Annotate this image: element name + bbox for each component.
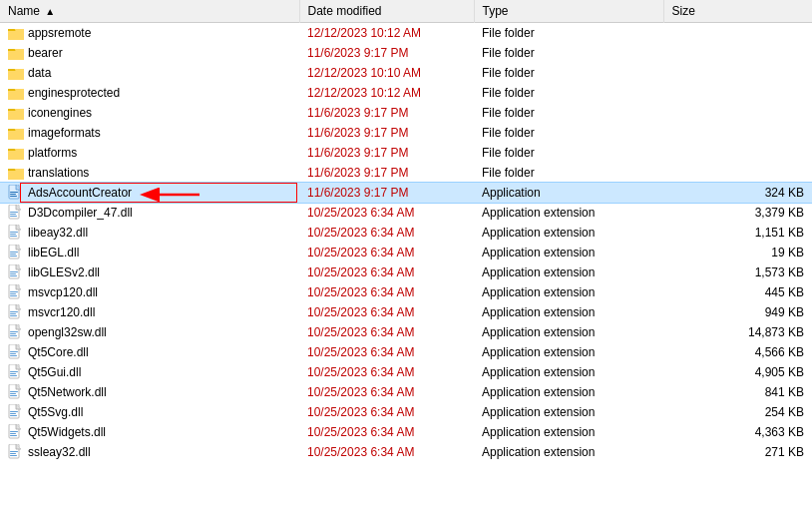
table-row[interactable]: enginesprotected12/12/2023 10:12 AMFile … <box>0 83 812 103</box>
cell-size <box>663 123 812 143</box>
file-name-label: Qt5Gui.dll <box>28 365 81 379</box>
table-row[interactable]: ssleay32.dll10/25/2023 6:34 AMApplicatio… <box>0 442 812 462</box>
cell-type: Application extension <box>474 223 663 243</box>
cell-date: 10/25/2023 6:34 AM <box>299 442 474 462</box>
folder-icon <box>8 46 24 60</box>
cell-date: 11/6/2023 9:17 PM <box>299 123 474 143</box>
cell-date: 11/6/2023 9:17 PM <box>299 103 474 123</box>
table-row[interactable]: opengl32sw.dll10/25/2023 6:34 AMApplicat… <box>0 322 812 342</box>
table-row[interactable]: Qt5Gui.dll10/25/2023 6:34 AMApplication … <box>0 362 812 382</box>
svg-rect-65 <box>10 391 18 392</box>
file-name-label: translations <box>28 166 89 180</box>
file-name-label: bearer <box>28 46 63 60</box>
svg-rect-67 <box>10 395 17 396</box>
table-row[interactable]: libeay32.dll10/25/2023 6:34 AMApplicatio… <box>0 223 812 243</box>
file-name-label: Qt5Network.dll <box>28 385 107 399</box>
svg-rect-66 <box>10 393 16 394</box>
svg-rect-47 <box>10 295 17 296</box>
table-row[interactable]: bearer11/6/2023 9:17 PMFile folder <box>0 43 812 63</box>
file-name-label: libEGL.dll <box>28 246 79 259</box>
cell-type: Application extension <box>474 203 663 223</box>
col-header-type[interactable]: Type <box>474 0 663 23</box>
svg-rect-46 <box>10 293 16 294</box>
svg-rect-27 <box>10 196 17 197</box>
table-row[interactable]: Qt5Core.dll10/25/2023 6:34 AMApplication… <box>0 342 812 362</box>
cell-type: File folder <box>474 63 663 83</box>
cell-type: Application extension <box>474 302 663 322</box>
cell-size: 3,379 KB <box>663 203 812 223</box>
svg-rect-5 <box>8 51 24 60</box>
cell-date: 12/12/2023 10:10 AM <box>299 63 474 83</box>
table-row[interactable]: translations11/6/2023 9:17 PMFile folder <box>0 163 812 183</box>
folder-icon <box>8 166 24 180</box>
cell-name: msvcp120.dll <box>0 282 299 302</box>
cell-date: 10/25/2023 6:34 AM <box>299 322 474 342</box>
table-row[interactable]: data12/12/2023 10:10 AMFile folder <box>0 63 812 83</box>
svg-rect-39 <box>10 256 17 257</box>
cell-date: 10/25/2023 6:34 AM <box>299 282 474 302</box>
svg-rect-55 <box>10 335 17 336</box>
cell-date: 10/25/2023 6:34 AM <box>299 422 474 442</box>
cell-type: File folder <box>474 123 663 143</box>
table-row[interactable]: appsremote12/12/2023 10:12 AMFile folder <box>0 23 812 43</box>
file-explorer[interactable]: Name ▲ Date modified Type Size appsremot… <box>0 0 812 517</box>
cell-name: data <box>0 63 299 83</box>
cell-date: 10/25/2023 6:34 AM <box>299 203 474 223</box>
cell-size: 271 KB <box>663 442 812 462</box>
table-header-row: Name ▲ Date modified Type Size <box>0 0 812 23</box>
table-row[interactable]: D3Dcompiler_47.dll10/25/2023 6:34 AMAppl… <box>0 203 812 223</box>
table-row[interactable]: msvcr120.dll10/25/2023 6:34 AMApplicatio… <box>0 302 812 322</box>
svg-rect-42 <box>10 273 16 274</box>
cell-size <box>663 163 812 183</box>
file-name-label: libGLESv2.dll <box>28 265 100 279</box>
svg-rect-77 <box>10 451 18 452</box>
table-row[interactable]: platforms11/6/2023 9:17 PMFile folder <box>0 143 812 163</box>
folder-icon <box>8 86 24 100</box>
table-row[interactable]: Qt5Network.dll10/25/2023 6:34 AMApplicat… <box>0 382 812 402</box>
table-row[interactable]: Qt5Widgets.dll10/25/2023 6:34 AMApplicat… <box>0 422 812 442</box>
col-header-name[interactable]: Name ▲ <box>0 0 299 23</box>
table-row[interactable]: imageformats11/6/2023 9:17 PMFile folder <box>0 123 812 143</box>
table-row[interactable]: libGLESv2.dll10/25/2023 6:34 AMApplicati… <box>0 262 812 282</box>
file-name-label: data <box>28 66 51 80</box>
svg-rect-61 <box>10 371 18 372</box>
cell-name: bearer <box>0 43 299 63</box>
cell-date: 11/6/2023 9:17 PM <box>299 43 474 63</box>
svg-rect-14 <box>8 111 24 120</box>
cell-date: 10/25/2023 6:34 AM <box>299 402 474 422</box>
svg-rect-33 <box>10 232 18 233</box>
col-header-date[interactable]: Date modified <box>299 0 474 23</box>
table-row[interactable]: libEGL.dll10/25/2023 6:34 AMApplication … <box>0 243 812 262</box>
cell-size: 4,566 KB <box>663 342 812 362</box>
file-name-label: ssleay32.dll <box>28 445 91 459</box>
svg-rect-43 <box>10 275 17 276</box>
cell-name: appsremote <box>0 23 299 43</box>
svg-rect-23 <box>8 171 24 180</box>
file-name-label: iconengines <box>28 106 92 120</box>
cell-size <box>663 63 812 83</box>
cell-date: 10/25/2023 6:34 AM <box>299 243 474 262</box>
cell-name: Qt5Network.dll <box>0 382 299 402</box>
folder-icon <box>8 146 24 160</box>
dll-icon <box>8 284 24 300</box>
svg-rect-31 <box>10 216 17 217</box>
svg-rect-62 <box>10 373 16 374</box>
file-name-label: AdsAccountCreator <box>28 186 132 200</box>
file-list-body: appsremote12/12/2023 10:12 AMFile folder… <box>0 23 812 462</box>
table-row[interactable]: AdsAccountCreator11/6/2023 9:17 PMApplic… <box>0 183 812 203</box>
cell-type: Application extension <box>474 382 663 402</box>
file-name-label: platforms <box>28 146 77 160</box>
svg-rect-8 <box>8 71 24 80</box>
table-row[interactable]: msvcp120.dll10/25/2023 6:34 AMApplicatio… <box>0 282 812 302</box>
svg-rect-75 <box>10 435 17 436</box>
cell-type: File folder <box>474 43 663 63</box>
col-header-size[interactable]: Size <box>663 0 812 23</box>
table-row[interactable]: iconengines11/6/2023 9:17 PMFile folder <box>0 103 812 123</box>
cell-type: Application extension <box>474 362 663 382</box>
svg-rect-58 <box>10 353 16 354</box>
svg-rect-49 <box>10 311 18 312</box>
cell-name: Qt5Core.dll <box>0 342 299 362</box>
table-row[interactable]: Qt5Svg.dll10/25/2023 6:34 AMApplication … <box>0 402 812 422</box>
file-name-label: imageformats <box>28 126 101 140</box>
cell-name: AdsAccountCreator <box>0 183 299 203</box>
